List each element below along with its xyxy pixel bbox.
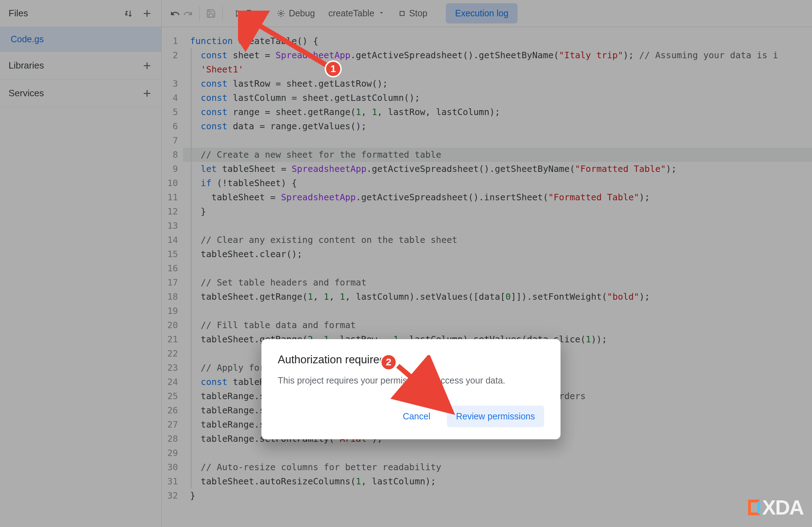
code-line[interactable] [183,446,812,460]
code-line[interactable]: const range = sheet.getRange(1, 1, lastR… [183,105,812,119]
code-line[interactable] [183,304,812,318]
undo-icon[interactable] [170,9,180,18]
watermark: XDA [748,495,803,519]
stop-icon [399,10,406,17]
file-item-code-gs[interactable]: Code.gs [0,27,161,52]
files-label: Files [9,8,28,19]
line-gutter: 1234567891011121314151617181920212223242… [162,34,183,527]
code-line[interactable]: tableSheet = SpreadsheetApp.getActiveSpr… [183,190,812,205]
code-line[interactable]: tableSheet.autoResizeColumns(1, lastColu… [183,474,812,489]
services-label: Services [9,88,44,99]
files-section-header: Files [0,0,161,27]
code-line[interactable] [183,261,812,276]
code-line[interactable]: // Fill table data and format [183,318,812,332]
code-line[interactable]: tableSheet.clear(); [183,247,812,261]
sort-az-icon[interactable] [124,9,134,18]
annotation-badge-1: 1 [325,60,342,77]
add-file-icon[interactable] [141,8,153,19]
chevron-down-icon [378,8,385,18]
code-line[interactable] [183,134,812,148]
code-line[interactable]: if (!tableSheet) { [183,176,812,190]
libraries-section-header: Libraries [0,52,161,80]
code-line[interactable]: // Create a new sheet for the formatted … [183,148,812,162]
svg-line-3 [252,21,330,67]
annotation-badge-2: 2 [380,354,397,371]
code-line[interactable]: const data = range.getValues(); [183,119,812,134]
stop-button[interactable]: Stop [393,5,433,22]
code-line[interactable]: } [183,205,812,219]
code-content[interactable]: function createTable() { const sheet = S… [183,34,812,527]
code-line[interactable]: tableSheet.getRange(1, 1, 1, lastColumn)… [183,290,812,304]
code-line[interactable]: } [183,489,812,503]
annotation-arrow-2 [387,355,465,419]
redo-icon[interactable] [183,9,193,18]
code-line[interactable] [183,219,812,233]
services-section-header: Services [0,80,161,107]
code-line[interactable]: let tableSheet = SpreadsheetApp.getActiv… [183,162,812,176]
svg-rect-2 [400,11,404,16]
add-service-icon[interactable] [141,88,153,99]
code-editor[interactable]: 1234567891011121314151617181920212223242… [162,27,812,527]
code-line[interactable]: // Clear any existing content on the tab… [183,233,812,247]
code-line[interactable]: const lastColumn = sheet.getLastColumn()… [183,91,812,105]
sidebar: Files Code.gs Libraries Services [0,0,162,527]
code-line[interactable]: // Set table headers and format [183,276,812,290]
svg-line-4 [398,366,448,408]
code-line[interactable]: // Auto-resize columns for better readab… [183,460,812,474]
save-icon[interactable] [206,9,216,18]
libraries-label: Libraries [9,60,44,71]
execution-log-button[interactable]: Execution log [446,3,518,23]
add-library-icon[interactable] [141,60,153,71]
